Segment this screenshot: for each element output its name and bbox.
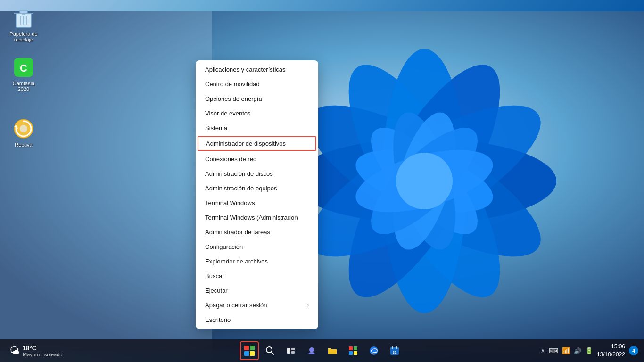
taskbar-center: 31 xyxy=(240,341,404,360)
svg-text:31: 31 xyxy=(393,351,396,354)
desktop-icon-recuva[interactable]: Recuva xyxy=(5,115,42,149)
svg-rect-35 xyxy=(291,348,295,350)
menu-item-run[interactable]: Ejecutar xyxy=(196,283,318,298)
taskbar-left: 🌤 18°C Mayorm. soleado xyxy=(0,343,66,359)
menu-item-device-manager[interactable]: Administrador de dispositivos xyxy=(198,136,316,151)
menu-item-shutdown[interactable]: Apagar o cerrar sesión › xyxy=(196,298,318,313)
svg-point-19 xyxy=(396,153,453,209)
camtasia-icon: C xyxy=(12,56,35,79)
menu-item-event-viewer[interactable]: Visor de eventos xyxy=(196,106,318,121)
start-button[interactable] xyxy=(240,341,259,360)
desktop-icon-recycle-bin[interactable]: Papelera de reciclaje xyxy=(5,5,42,44)
menu-item-computer-management[interactable]: Administración de equipos xyxy=(196,181,318,196)
desktop-icon-camtasia[interactable]: C Camtasia 2020 xyxy=(5,54,42,94)
notification-badge[interactable]: 4 xyxy=(629,346,638,355)
clock-time: 15:06 xyxy=(597,343,625,351)
weather-widget[interactable]: 🌤 18°C Mayorm. soleado xyxy=(6,343,66,359)
clock[interactable]: 15:06 13/10/2022 xyxy=(597,343,625,359)
desktop-background xyxy=(0,0,644,362)
menu-item-system[interactable]: Sistema xyxy=(196,121,318,135)
menu-item-desktop[interactable]: Escritorio xyxy=(196,313,318,327)
svg-rect-38 xyxy=(349,346,353,350)
task-view-button[interactable] xyxy=(281,341,300,360)
volume-icon[interactable]: 🔊 xyxy=(574,347,581,354)
chat-button[interactable] xyxy=(302,341,321,360)
recycle-bin-label: Papelera de reciclaje xyxy=(7,31,41,42)
recuva-label: Recuva xyxy=(15,142,32,148)
menu-item-apps-features[interactable]: Aplicaciones y características xyxy=(196,62,318,77)
menu-item-mobility-center[interactable]: Centro de movilidad xyxy=(196,77,318,91)
menu-item-power-options[interactable]: Opciones de energía xyxy=(196,91,318,106)
menu-item-settings[interactable]: Configuración xyxy=(196,239,318,254)
clock-date: 13/10/2022 xyxy=(597,351,625,359)
search-button[interactable] xyxy=(261,341,280,360)
recycle-bin-icon xyxy=(12,7,35,29)
svg-rect-34 xyxy=(287,348,290,354)
camtasia-label: Camtasia 2020 xyxy=(7,81,41,92)
expand-tray-icon[interactable]: ∧ xyxy=(541,347,545,354)
wifi-icon[interactable]: 📶 xyxy=(562,347,570,354)
weather-info: 18°C Mayorm. soleado xyxy=(23,345,62,357)
menu-item-search[interactable]: Buscar xyxy=(196,269,318,283)
chevron-right-icon: › xyxy=(307,303,309,308)
menu-item-windows-terminal-admin[interactable]: Terminal Windows (Administrador) xyxy=(196,210,318,225)
menu-item-network-connections[interactable]: Conexiones de red xyxy=(196,152,318,166)
windows-logo-icon xyxy=(244,346,255,356)
edge-button[interactable] xyxy=(364,341,383,360)
svg-text:C: C xyxy=(20,62,27,74)
svg-rect-39 xyxy=(354,346,357,350)
keyboard-icon[interactable]: ⌨ xyxy=(549,347,558,354)
svg-point-37 xyxy=(309,347,314,352)
calendar-button[interactable]: 31 xyxy=(385,341,404,360)
svg-rect-40 xyxy=(349,351,353,355)
svg-rect-45 xyxy=(390,349,399,350)
file-explorer-button[interactable] xyxy=(323,341,342,360)
svg-line-33 xyxy=(272,352,274,354)
store-button[interactable] xyxy=(344,341,363,360)
menu-item-disk-management[interactable]: Administración de discos xyxy=(196,166,318,181)
taskbar-right: ∧ ⌨ 📶 🔊 🔋 15:06 13/10/2022 4 xyxy=(541,343,644,359)
context-menu: Aplicaciones y características Centro de… xyxy=(196,60,318,329)
menu-item-task-manager[interactable]: Administrador de tareas xyxy=(196,225,318,239)
svg-point-31 xyxy=(20,125,27,132)
svg-point-32 xyxy=(266,347,272,353)
battery-icon[interactable]: 🔋 xyxy=(585,347,593,354)
recuva-icon xyxy=(12,117,35,140)
system-tray: ∧ ⌨ 📶 🔊 🔋 xyxy=(541,347,593,354)
svg-rect-41 xyxy=(354,351,357,355)
menu-item-windows-terminal[interactable]: Terminal Windows xyxy=(196,196,318,210)
svg-rect-36 xyxy=(291,351,295,354)
menu-item-file-explorer[interactable]: Explorador de archivos xyxy=(196,254,318,269)
weather-icon: 🌤 xyxy=(9,345,20,357)
taskbar: 🌤 18°C Mayorm. soleado xyxy=(0,339,644,362)
